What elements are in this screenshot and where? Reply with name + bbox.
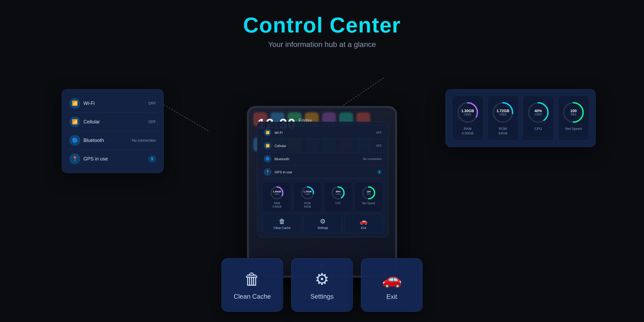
bottom-actions: 🗑 Clean Cache ⚙ Settings 🚗 Exit [221, 258, 423, 312]
exit-label: Exit [386, 293, 397, 301]
stats-row: 1.30GB USED RAM4.00GB 1.72GB USED [451, 96, 590, 140]
gauge-cpu-text: 40% USED [535, 109, 542, 116]
net-label: Net Speed [565, 127, 582, 131]
gauge-rom-wrap: 1.72GB USED [491, 100, 515, 125]
gauge-net-wrap: 100 KB/s [561, 100, 586, 125]
tablet-exit-button[interactable]: 🚗 Exit [344, 214, 383, 233]
tablet-cpu-label: CPU [335, 202, 341, 205]
tablet-gauge-net-text: 100 KB/s [367, 191, 371, 195]
rom-unit: USED [496, 113, 509, 116]
tablet-wifi-name: Wi-Fi [275, 130, 376, 134]
gps-item[interactable]: 📍 GPS in use 5 [67, 150, 159, 168]
tablet-exit-icon: 🚗 [360, 218, 368, 225]
tablet-clean-cache-label: Clean Cache [273, 226, 291, 229]
tablet-wifi-status: OFF [376, 131, 382, 134]
ram-unit: USED [461, 113, 474, 116]
page-title: Control Center [0, 13, 644, 38]
tablet-cellular-icon: 📶 [266, 144, 270, 148]
tablet-settings-button[interactable]: ⚙ Settings [303, 214, 342, 233]
cellular-item[interactable]: 📶 Cellular OFF [67, 113, 159, 131]
tablet-gps-icon-wrap: 📍 [264, 168, 271, 176]
tablet-gauge-net-wrap: 100 KB/s [361, 185, 376, 200]
tablet-bluetooth-status: No connection [363, 157, 382, 160]
tablet-screen: 12:30 Friday 2023.08.11 📶 Wi-Fi OFF [249, 108, 395, 276]
tablet-gps-item[interactable]: 📍 GPS in use 5 [262, 166, 384, 179]
exit-icon: 🚗 [382, 270, 402, 289]
tablet-gauge-rom-text: 1.72GB USED [303, 191, 312, 195]
tablet-net-unit: KB/s [367, 193, 371, 195]
tablet-cellular-name: Cellular [275, 144, 376, 148]
bluetooth-label: Bluetooth [83, 138, 132, 143]
wifi-label: Wi-Fi [83, 101, 148, 106]
rom-label: ROM64GB [499, 127, 507, 136]
tablet-cpu-unit: USED [335, 193, 341, 195]
tablet-stat-net: 100 KB/s Net Speed [354, 182, 383, 212]
tablet-gauge-cpu-wrap: 40% USED [331, 185, 346, 200]
stat-rom: 1.72GB USED ROM64GB [488, 96, 519, 140]
tablet-ram-value: 1.30GB [273, 191, 281, 193]
wifi-item[interactable]: 📶 Wi-Fi OFF [67, 94, 159, 113]
cellular-icon: 📶 [72, 119, 78, 125]
tablet-wifi-icon-wrap: 📶 [264, 129, 271, 136]
gauge-cpu-wrap: 40% USED [526, 100, 550, 125]
header: Control Center Your information hub at a… [0, 0, 644, 49]
ram-value: 1.30GB [461, 109, 474, 113]
exit-button[interactable]: 🚗 Exit [361, 258, 423, 312]
tablet-gauge-cpu-text: 40% USED [335, 191, 341, 195]
cpu-value: 40% [535, 109, 542, 113]
bluetooth-item[interactable]: 🔵 Bluetooth No connection [67, 131, 159, 150]
gps-icon: 📍 [72, 156, 78, 162]
tablet-clean-cache-button[interactable]: 🗑 Clean Cache [263, 214, 301, 233]
clean-cache-button[interactable]: 🗑 Clean Cache [221, 258, 283, 312]
tablet-exit-label: Exit [361, 226, 366, 229]
ram-label: RAM4.00GB [462, 127, 474, 136]
page-subtitle: Your information hub at a glance [0, 40, 644, 49]
tablet-wifi-icon: 📶 [266, 131, 270, 134]
tablet-clean-cache-icon: 🗑 [279, 218, 285, 225]
cpu-label: CPU [535, 127, 542, 131]
bluetooth-icon: 🔵 [72, 137, 78, 143]
tablet-rom-label: ROM64GB [304, 202, 311, 208]
tablet-rom-unit: USED [303, 193, 312, 195]
settings-button[interactable]: ⚙ Settings [291, 258, 353, 312]
gauge-ram-wrap: 1.30GB USED [456, 100, 480, 125]
wifi-status: OFF [148, 101, 156, 105]
wifi-icon: 📶 [72, 100, 78, 106]
tablet-actions-row: 🗑 Clean Cache ⚙ Settings 🚗 Exit [262, 214, 384, 233]
stat-net: 100 KB/s Net Speed [558, 96, 589, 140]
gps-icon-circle: 📍 [69, 153, 80, 164]
gps-badge: 5 [148, 155, 156, 163]
stat-ram: 1.30GB USED RAM4.00GB [452, 96, 483, 140]
tablet-gauge-rom-wrap: 1.72GB USED [300, 185, 315, 200]
tablet-device: 12:30 Friday 2023.08.11 📶 Wi-Fi OFF [247, 106, 397, 278]
cellular-icon-circle: 📶 [69, 116, 80, 127]
wifi-icon-circle: 📶 [69, 98, 80, 109]
stat-cpu: 40% USED CPU [523, 96, 554, 140]
tablet-settings-icon: ⚙ [320, 218, 326, 225]
net-value: 100 [570, 109, 577, 113]
tablet-cellular-status: OFF [376, 144, 382, 147]
tablet-wifi-item[interactable]: 📶 Wi-Fi OFF [262, 126, 384, 139]
settings-icon: ⚙ [315, 270, 329, 288]
tablet-gauge-ram-text: 1.30GB USED [273, 191, 281, 195]
gps-label: GPS in use [83, 156, 148, 162]
gauge-net-text: 100 KB/s [570, 109, 577, 116]
tablet-overlay: 📶 Wi-Fi OFF 📶 Cellular OFF 🔵 Blu [257, 122, 389, 237]
gauge-ram-text: 1.30GB USED [461, 109, 474, 116]
tablet-bluetooth-icon-wrap: 🔵 [264, 155, 271, 163]
tablet-bluetooth-item[interactable]: 🔵 Bluetooth No connection [262, 152, 384, 166]
tablet-stat-rom: 1.72GB USED ROM64GB [293, 182, 322, 212]
tablet-ram-unit: USED [273, 193, 281, 195]
tablet-gps-icon: 📍 [266, 170, 270, 174]
tablet-stat-ram: 1.30GB USED RAM4.00GB [263, 182, 291, 212]
rom-value: 1.72GB [496, 109, 509, 113]
cellular-status: OFF [148, 120, 156, 124]
clean-cache-label: Clean Cache [234, 293, 271, 300]
connectivity-panel: 📶 Wi-Fi OFF 📶 Cellular OFF 🔵 Bluetooth N… [62, 89, 164, 173]
tablet-cellular-item[interactable]: 📶 Cellular OFF [262, 139, 384, 152]
stats-panel: 1.30GB USED RAM4.00GB 1.72GB USED [445, 89, 596, 147]
bluetooth-icon-circle: 🔵 [69, 135, 80, 146]
tablet-gauge-ram-wrap: 1.30GB USED [269, 185, 284, 200]
tablet-net-value: 100 [367, 191, 371, 193]
tablet-gps-name: GPS in use [275, 170, 377, 174]
